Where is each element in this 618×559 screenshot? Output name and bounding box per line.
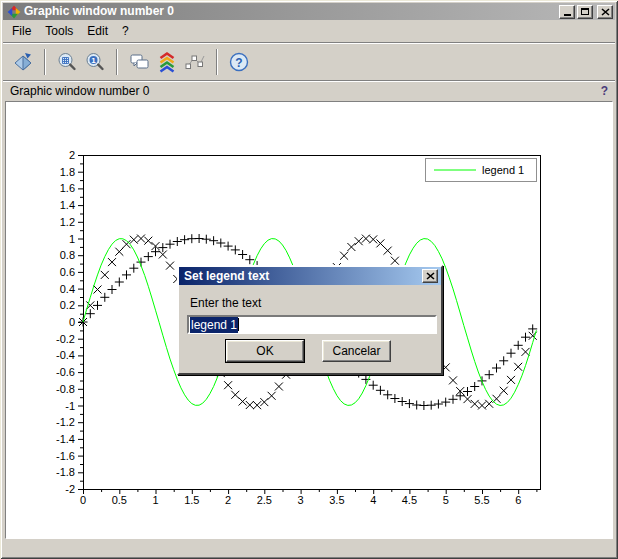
y-tick-label: 0.8 [60,249,75,261]
svg-text:1: 1 [91,56,96,65]
y-tick-label: 0 [69,316,75,328]
close-icon [601,8,610,16]
x-tick-label: 1 [152,494,158,506]
menu-help[interactable]: ? [115,21,136,41]
legend-text-input[interactable]: legend 1 [187,315,437,334]
x-tick-label: 0 [80,494,86,506]
x-tick-label: 3 [298,494,304,506]
window-title: Graphic window number 0 [24,3,559,20]
dialog-prompt: Enter the text [190,296,261,310]
menu-toolbar-divider [3,42,615,44]
maximize-button[interactable] [577,5,593,19]
toolbar-separator [216,49,218,75]
y-tick-label: 0.6 [60,266,75,278]
graphic-window: Graphic window number 0 File Tools Edit … [0,0,618,559]
x-tick-label: 1.5 [184,494,199,506]
scilab-ged-button[interactable] [153,48,181,76]
title-bar: Graphic window number 0 [3,3,615,20]
ok-button[interactable]: OK [226,340,304,362]
close-button[interactable] [597,5,613,19]
set-legend-dialog: Set legend text Enter the text legend 1 … [177,265,443,375]
menu-edit[interactable]: Edit [80,21,115,41]
y-tick-label: 1.8 [60,166,75,178]
rotate-button[interactable] [9,48,37,76]
text-caret [238,318,239,331]
y-tick-label: 0.2 [60,299,75,311]
y-tick-label: 1.4 [60,199,75,211]
zoom-area-icon [56,51,78,73]
menu-tools[interactable]: Tools [38,21,80,41]
info-text: Graphic window number 0 [10,84,149,98]
info-help-icon[interactable]: ? [601,84,608,98]
y-tick-label: -0.8 [56,383,75,395]
scilab-app-icon [7,5,21,19]
toolbar: 1 [3,45,615,79]
y-tick-label: -0.6 [56,366,75,378]
toolbar-separator [116,49,118,75]
y-tick-label: 1 [69,233,75,245]
legend: legend 1 [426,159,537,182]
dialogs-icon [128,51,150,73]
y-tick-label: 1.2 [60,216,75,228]
x-tick-label: 2 [225,494,231,506]
window-controls [559,5,613,19]
x-tick-label: 4 [370,494,376,506]
scilab-ged-icon [156,51,178,73]
y-tick-label: -1.2 [56,416,75,428]
y-tick-label: -1 [65,400,75,412]
dialogs-button[interactable] [125,48,153,76]
y-tick-label: -0.4 [56,349,75,361]
help-button[interactable]: ? [225,48,253,76]
svg-text:?: ? [235,56,242,70]
zoom-area-button[interactable] [53,48,81,76]
x-tick-label: 0.5 [112,494,127,506]
dialog-close-icon [426,272,435,280]
datatips-button[interactable] [181,48,209,76]
y-tick-label: -0.2 [56,333,75,345]
toolbar-separator [44,49,46,75]
y-tick-label: -2 [65,483,75,495]
cancel-button[interactable]: Cancelar [322,340,391,362]
dialog-title: Set legend text [184,267,422,285]
y-tick-label: 2 [69,149,75,161]
x-tick-label: 2.5 [257,494,272,506]
menu-bar: File Tools Edit ? [3,20,615,42]
help-icon: ? [228,51,250,73]
y-tick-label: -1.6 [56,450,75,462]
minimize-icon [564,14,571,16]
y-tick-label: -1.8 [56,466,75,478]
legend-label: legend 1 [482,164,524,176]
y-tick-label: 1.6 [60,182,75,194]
reset-zoom-button[interactable]: 1 [81,48,109,76]
input-selected-text: legend 1 [190,317,238,333]
rotate-icon [12,51,34,73]
maximize-icon [581,8,589,15]
menu-file[interactable]: File [5,21,38,41]
x-tick-label: 5 [443,494,449,506]
info-bar: Graphic window number 0 ? [3,82,615,100]
dialog-close-button[interactable] [422,269,438,283]
dialog-title-bar[interactable]: Set legend text [179,267,441,285]
reset-zoom-icon: 1 [84,51,106,73]
x-tick-label: 3.5 [329,494,344,506]
x-tick-label: 4.5 [402,494,417,506]
x-tick-label: 5.5 [474,494,489,506]
datatips-icon [184,51,206,73]
y-tick-label: -1.4 [56,433,75,445]
x-tick-label: 6 [515,494,521,506]
minimize-button[interactable] [559,5,575,19]
y-tick-label: 0.4 [60,283,75,295]
